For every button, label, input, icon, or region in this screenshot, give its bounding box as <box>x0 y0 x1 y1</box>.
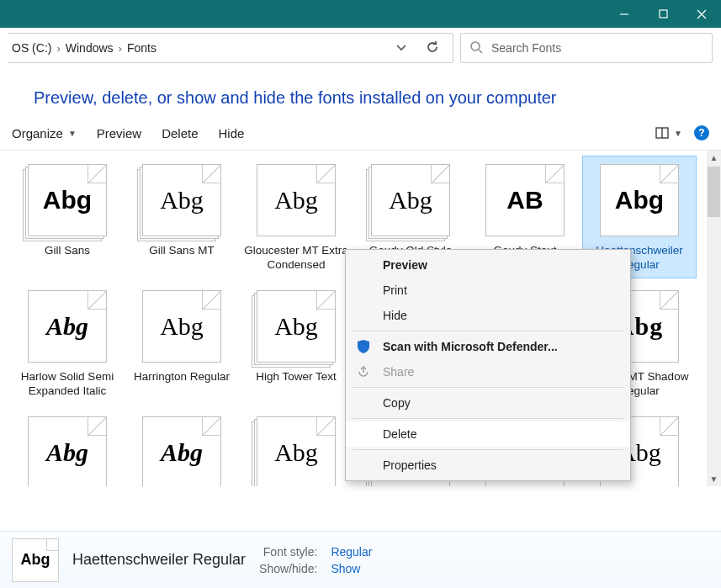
maximize-button[interactable] <box>644 0 682 28</box>
share-icon <box>356 364 371 379</box>
font-name-label: Gill Sans <box>45 244 90 273</box>
delete-button[interactable]: Delete <box>162 126 198 140</box>
svg-line-5 <box>479 50 482 53</box>
details-style-key: Font style: <box>259 545 317 559</box>
search-placeholder: Search Fonts <box>491 41 561 55</box>
breadcrumb-segment[interactable]: Windows <box>66 41 114 55</box>
ctx-print-label: Print <box>383 283 407 297</box>
ctx-preview[interactable]: Preview <box>346 252 630 278</box>
ctx-copy-label: Copy <box>383 396 411 410</box>
details-pane: Abg Haettenschweiler Regular Font style:… <box>0 531 721 588</box>
details-showhide-key: Show/hide: <box>259 562 317 575</box>
ctx-delete[interactable]: Delete <box>346 421 630 447</box>
font-thumbnail: Abg <box>597 160 681 241</box>
breadcrumb-segment[interactable]: Fonts <box>127 41 156 55</box>
preview-label: Preview <box>97 126 141 140</box>
search-icon <box>469 40 483 56</box>
font-thumbnail: Abg <box>254 412 338 486</box>
vertical-scrollbar[interactable]: ▲ ▼ <box>707 151 721 486</box>
font-thumbnail: Abg <box>254 160 338 241</box>
font-thumbnail: Abg <box>25 412 109 486</box>
details-thumbnail-sample: Abg <box>21 551 50 569</box>
scroll-thumb[interactable] <box>708 167 720 217</box>
font-item[interactable]: Abg <box>10 408 125 486</box>
details-style-value[interactable]: Regular <box>331 545 372 559</box>
menu-separator <box>353 418 623 419</box>
font-item[interactable]: AbgHigh Tower Text <box>239 282 353 405</box>
page-heading: Preview, delete, or show and hide the fo… <box>0 68 721 116</box>
ctx-share-label: Share <box>383 365 414 379</box>
details-thumbnail: Abg <box>12 538 59 582</box>
font-thumbnail: Abg <box>25 160 109 241</box>
ctx-delete-label: Delete <box>383 427 416 441</box>
font-thumbnail: AB <box>483 160 567 241</box>
ctx-properties-label: Properties <box>383 458 437 472</box>
nav-row: OS (C:) Windows Fonts Search Fonts <box>0 28 721 68</box>
address-bar[interactable]: OS (C:) Windows Fonts <box>8 33 453 63</box>
font-thumbnail: Abg <box>140 286 224 367</box>
font-name-label: Harlow Solid Semi Expanded Italic <box>13 370 122 399</box>
font-name-label: Gill Sans MT <box>149 244 214 273</box>
font-item[interactable]: Abg <box>239 408 353 486</box>
font-item[interactable]: AbgGill Sans <box>10 156 125 278</box>
history-dropdown-button[interactable] <box>395 41 407 56</box>
toolbar: Organize ▼ Preview Delete Hide ▼ ? <box>0 116 721 150</box>
font-item[interactable]: AbgHarlow Solid Semi Expanded Italic <box>10 282 125 405</box>
svg-point-4 <box>471 42 480 50</box>
font-name-label: Gloucester MT Extra Condensed <box>241 244 351 273</box>
ctx-properties[interactable]: Properties <box>346 453 630 478</box>
organize-menu[interactable]: Organize ▼ <box>12 126 77 140</box>
details-properties: Font style: Regular Show/hide: Show <box>259 545 372 575</box>
font-item[interactable]: AbgGill Sans MT <box>125 156 239 278</box>
search-box[interactable]: Search Fonts <box>460 33 713 63</box>
font-item[interactable]: AbgGloucester MT Extra Condensed <box>239 156 353 278</box>
font-name-label: Harrington Regular <box>134 370 230 399</box>
font-thumbnail: Abg <box>140 160 224 241</box>
scroll-up-arrow[interactable]: ▲ <box>707 151 721 165</box>
context-menu: Preview Print Hide Scan with Microsoft D… <box>345 249 631 481</box>
chevron-down-icon: ▼ <box>68 129 77 138</box>
font-item[interactable]: Abg <box>125 408 239 486</box>
organize-label: Organize <box>12 126 63 140</box>
menu-separator <box>353 387 623 388</box>
chevron-right-icon <box>56 42 60 55</box>
chevron-right-icon <box>119 42 122 55</box>
ctx-preview-label: Preview <box>383 258 427 272</box>
ctx-copy[interactable]: Copy <box>346 390 630 416</box>
scroll-down-arrow[interactable]: ▼ <box>707 472 721 486</box>
help-button[interactable]: ? <box>694 125 709 140</box>
close-button[interactable] <box>682 0 721 28</box>
font-thumbnail: Abg <box>140 412 224 486</box>
chevron-down-icon: ▼ <box>674 129 682 138</box>
font-thumbnail: Abg <box>25 286 109 367</box>
font-thumbnail: Abg <box>254 286 338 367</box>
ctx-print[interactable]: Print <box>346 278 630 303</box>
font-name-label: High Tower Text <box>256 370 337 399</box>
breadcrumb-segment[interactable]: OS (C:) <box>12 41 51 55</box>
refresh-button[interactable] <box>426 40 439 56</box>
svg-rect-1 <box>660 10 667 18</box>
font-item[interactable]: AbgHarrington Regular <box>125 282 239 405</box>
details-showhide-value[interactable]: Show <box>331 562 372 575</box>
hide-label: Hide <box>219 126 245 140</box>
menu-separator <box>353 331 623 331</box>
window-titlebar <box>0 0 721 28</box>
ctx-scan-label: Scan with Microsoft Defender... <box>383 340 558 353</box>
ctx-hide[interactable]: Hide <box>346 303 630 328</box>
minimize-button[interactable] <box>605 0 644 28</box>
hide-button[interactable]: Hide <box>219 126 245 140</box>
font-thumbnail: Abg <box>368 160 453 241</box>
preview-button[interactable]: Preview <box>97 126 141 140</box>
details-title: Haettenschweiler Regular <box>72 551 246 569</box>
menu-separator <box>353 449 623 450</box>
ctx-hide-label: Hide <box>383 309 407 322</box>
view-options-button[interactable]: ▼ <box>655 127 682 139</box>
shield-icon <box>356 339 371 354</box>
ctx-scan-defender[interactable]: Scan with Microsoft Defender... <box>346 334 630 359</box>
ctx-share: Share <box>346 359 630 384</box>
delete-label: Delete <box>162 126 198 140</box>
